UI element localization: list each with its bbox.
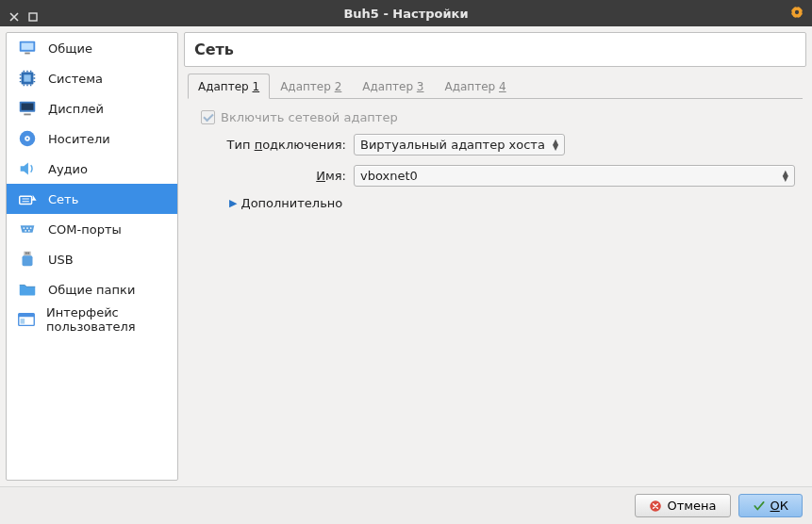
ui-icon xyxy=(16,308,37,331)
sidebar-item-general[interactable]: Общие xyxy=(7,33,177,63)
svg-point-19 xyxy=(28,230,30,232)
content: Общие Система Дисплей Носители Аудио xyxy=(0,26,812,486)
attachment-value: Виртуальный адаптер хоста xyxy=(360,138,545,152)
tab-adapter-4[interactable]: Адаптер 4 xyxy=(434,74,516,99)
enable-adapter-row: Включить сетевой адаптер xyxy=(201,110,795,124)
sidebar-item-network[interactable]: Сеть xyxy=(7,184,177,214)
chevron-updown-icon: ▲▼ xyxy=(553,139,558,151)
sidebar-item-usb[interactable]: USB xyxy=(7,244,177,274)
sidebar-item-system[interactable]: Система xyxy=(7,63,177,93)
svg-rect-20 xyxy=(24,252,30,256)
maximize-icon[interactable] xyxy=(28,8,40,19)
window-title: Buh5 - Настройки xyxy=(0,7,812,21)
speaker-icon xyxy=(16,157,39,180)
enable-adapter-label: Включить сетевой адаптер xyxy=(221,110,398,124)
titlebar: Buh5 - Настройки xyxy=(0,0,812,26)
sidebar-item-label: Сеть xyxy=(48,192,78,206)
sidebar-item-label: Носители xyxy=(48,132,110,146)
disc-icon xyxy=(16,127,39,150)
monitor-icon xyxy=(16,37,39,59)
sidebar-item-label: Общие xyxy=(48,41,92,56)
sidebar-item-serial[interactable]: COM-порты xyxy=(7,214,177,244)
svg-point-15 xyxy=(23,227,25,229)
sidebar-item-label: USB xyxy=(48,253,74,267)
triangle-right-icon: ▶ xyxy=(229,197,237,209)
dialog-footer: Отмена OК xyxy=(0,486,812,524)
svg-rect-23 xyxy=(27,253,28,254)
cancel-label: Отмена xyxy=(667,499,716,513)
sidebar-item-label: Дисплей xyxy=(48,102,104,116)
attachment-combo[interactable]: Виртуальный адаптер хоста ▲▼ xyxy=(354,134,565,156)
main-panel: Сеть Адаптер 1 Адаптер 2 Адаптер 3 Адапт… xyxy=(184,32,806,481)
svg-rect-5 xyxy=(25,53,30,55)
category-sidebar: Общие Система Дисплей Носители Аудио xyxy=(6,32,178,481)
name-label: Имя: xyxy=(214,169,346,183)
svg-rect-26 xyxy=(21,319,25,324)
window-controls xyxy=(0,8,40,19)
svg-rect-7 xyxy=(24,74,30,81)
svg-point-17 xyxy=(30,227,32,229)
svg-rect-25 xyxy=(19,314,35,318)
svg-point-18 xyxy=(25,230,26,232)
name-combo[interactable]: vboxnet0 ▲▼ xyxy=(354,165,795,187)
svg-rect-0 xyxy=(29,13,37,21)
tab-adapter-2[interactable]: Адаптер 2 xyxy=(270,74,352,99)
attachment-label: Тип подключения: xyxy=(214,138,346,152)
sidebar-item-label: Общие папки xyxy=(48,283,135,297)
tab-adapter-3[interactable]: Адаптер 3 xyxy=(352,74,434,99)
usb-icon xyxy=(16,248,39,270)
sidebar-item-label: COM-порты xyxy=(48,222,122,237)
sidebar-item-label: Система xyxy=(48,72,103,86)
panel-title: Сеть xyxy=(184,32,806,67)
display-icon xyxy=(16,97,39,120)
sidebar-item-label: Аудио xyxy=(48,162,88,176)
svg-point-13 xyxy=(26,138,28,139)
sidebar-item-shared-folders[interactable]: Общие папки xyxy=(7,274,177,304)
sidebar-item-display[interactable]: Дисплей xyxy=(7,93,177,123)
svg-rect-4 xyxy=(22,43,34,50)
cancel-button[interactable]: Отмена xyxy=(635,494,730,517)
sidebar-item-storage[interactable]: Носители xyxy=(7,123,177,154)
advanced-disclosure[interactable]: ▶ Дополнительно xyxy=(229,196,342,210)
enable-adapter-checkbox[interactable] xyxy=(201,110,215,124)
panel-body: Адаптер 1 Адаптер 2 Адаптер 3 Адаптер 4 … xyxy=(184,73,806,481)
svg-rect-21 xyxy=(23,255,33,266)
close-icon[interactable] xyxy=(9,8,21,19)
cancel-icon xyxy=(649,499,662,513)
adapter-tabs: Адаптер 1 Адаптер 2 Адаптер 3 Адаптер 4 xyxy=(188,73,803,99)
ok-icon xyxy=(753,499,766,513)
svg-rect-10 xyxy=(24,114,30,116)
tab-adapter-1[interactable]: Адаптер 1 xyxy=(188,74,270,99)
serial-port-icon xyxy=(16,218,39,240)
svg-point-2 xyxy=(795,10,799,14)
name-value: vboxnet0 xyxy=(360,169,418,183)
name-row: Имя: vboxnet0 ▲▼ xyxy=(214,165,795,187)
chip-icon xyxy=(16,67,39,90)
svg-rect-9 xyxy=(22,104,34,110)
advanced-row: ▶ Дополнительно xyxy=(229,196,795,210)
svg-rect-14 xyxy=(20,196,32,204)
adapter-form: Включить сетевой адаптер Тип подключения… xyxy=(188,99,803,231)
folder-icon xyxy=(16,278,39,301)
ok-button[interactable]: OК xyxy=(738,494,803,517)
svg-rect-22 xyxy=(25,253,26,254)
network-icon xyxy=(16,188,39,210)
sidebar-item-audio[interactable]: Аудио xyxy=(7,154,177,184)
sidebar-item-user-interface[interactable]: Интерфейс пользователя xyxy=(7,304,177,335)
attachment-row: Тип подключения: Виртуальный адаптер хос… xyxy=(214,134,795,156)
sidebar-item-label: Интерфейс пользователя xyxy=(46,305,168,334)
chevron-updown-icon: ▲▼ xyxy=(783,171,788,182)
settings-gear-icon[interactable] xyxy=(789,5,804,24)
svg-point-16 xyxy=(26,227,28,229)
ok-label: OК xyxy=(771,499,788,513)
